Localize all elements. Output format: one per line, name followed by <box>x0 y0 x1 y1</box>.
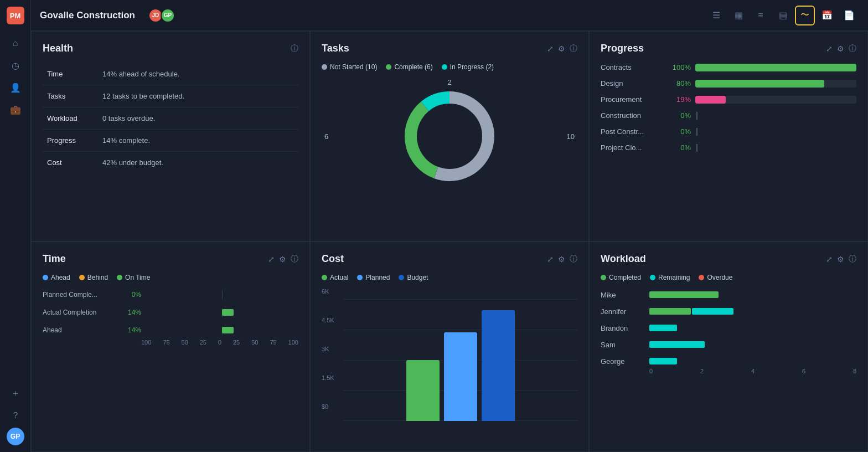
table-icon[interactable]: ▤ <box>773 6 793 25</box>
time-row-pct: 0% <box>119 291 141 299</box>
cost-chart: 6K4.5K3K1.5K$0 <box>322 288 577 421</box>
workload-expand-icon[interactable]: ⤢ <box>826 255 833 264</box>
legend-dot <box>442 64 447 70</box>
cost-settings-icon[interactable]: ⚙ <box>558 255 565 264</box>
tasks-expand-icon[interactable]: ⤢ <box>547 44 554 53</box>
cost-y-label: 6K <box>322 288 334 295</box>
workload-axis-label: 0 <box>649 368 653 374</box>
progress-expand-icon[interactable]: ⤢ <box>826 44 833 53</box>
workload-bar-remaining <box>649 341 705 348</box>
legend-label: Ahead <box>51 274 70 281</box>
tasks-legend-item: In Progress (2) <box>442 63 494 71</box>
sidebar-item-users[interactable]: 👤 <box>6 78 25 97</box>
tasks-legend: Not Started (10)Complete (6)In Progress … <box>322 63 577 71</box>
progress-bar-fill <box>695 64 856 71</box>
time-row-pct: 14% <box>119 326 141 334</box>
health-actions: ⓘ <box>291 44 298 54</box>
dashboard-icon[interactable]: 〜 <box>795 6 815 25</box>
workload-name: Brandon <box>601 324 645 332</box>
health-row-value: 12 tasks to be completed. <box>98 85 298 107</box>
progress-row-label: Construction <box>601 111 662 120</box>
health-row: Tasks12 tasks to be completed. <box>43 85 298 107</box>
workload-row: George <box>601 357 856 366</box>
time-actions: ⤢ ⚙ ⓘ <box>268 254 298 264</box>
progress-help-icon[interactable]: ⓘ <box>849 44 856 54</box>
progress-row-pct: 19% <box>666 95 691 104</box>
app-logo[interactable]: PM <box>7 7 24 24</box>
time-help-icon[interactable]: ⓘ <box>291 254 298 264</box>
sidebar-item-projects[interactable]: 💼 <box>6 100 25 120</box>
progress-row: Contracts 100% <box>601 63 856 71</box>
health-panel-header: Health ⓘ <box>43 43 298 54</box>
time-bar-fill <box>222 309 234 316</box>
legend-dot <box>322 64 327 70</box>
sidebar-item-history[interactable]: ◷ <box>6 55 25 75</box>
sidebar-help-icon[interactable]: ？ <box>6 405 25 425</box>
legend-dot <box>699 275 704 280</box>
sidebar-add-button[interactable]: ＋ <box>6 383 25 403</box>
progress-bar-bg <box>695 80 856 88</box>
workload-settings-icon[interactable]: ⚙ <box>837 255 844 264</box>
cost-help-icon[interactable]: ⓘ <box>570 254 577 264</box>
filter-icon[interactable]: ≡ <box>751 6 771 25</box>
time-row-pct: 14% <box>119 309 141 316</box>
progress-row-label: Procurement <box>601 95 662 104</box>
progress-row-pct: 0% <box>666 143 691 152</box>
progress-settings-icon[interactable]: ⚙ <box>837 44 844 53</box>
legend-dot <box>357 275 363 280</box>
progress-row-pct: 0% <box>666 111 691 120</box>
tasks-settings-icon[interactable]: ⚙ <box>558 44 565 53</box>
dashboard-grid: Health ⓘ Time14% ahead of schedule.Tasks… <box>31 31 868 452</box>
workload-bar-remaining <box>649 358 677 364</box>
legend-dot <box>79 275 85 280</box>
health-table: Time14% ahead of schedule.Tasks12 tasks … <box>43 63 298 173</box>
health-row: Progress14% complete. <box>43 130 298 152</box>
workload-legend: CompletedRemainingOverdue <box>601 274 856 281</box>
cost-bar-actual <box>406 360 440 421</box>
calendar-icon[interactable]: 📅 <box>817 6 837 25</box>
time-row-label: Planned Comple... <box>43 291 115 299</box>
workload-help-icon[interactable]: ⓘ <box>849 254 856 264</box>
tasks-help-icon[interactable]: ⓘ <box>570 44 577 54</box>
time-axis-label: 0 <box>218 339 221 346</box>
time-axis-label: 50 <box>182 339 188 346</box>
health-panel: Health ⓘ Time14% ahead of schedule.Tasks… <box>31 31 310 242</box>
workload-legend-item: Completed <box>601 274 641 281</box>
cost-expand-icon[interactable]: ⤢ <box>547 255 554 264</box>
time-bar-fill <box>222 327 234 333</box>
time-settings-icon[interactable]: ⚙ <box>279 255 286 264</box>
main-content: Govalle Construction JD GP ☰ ▦ ≡ ▤ 〜 📅 📄… <box>31 0 868 452</box>
sidebar-item-home[interactable]: ⌂ <box>6 33 25 53</box>
gantt-icon[interactable]: ▦ <box>728 6 748 25</box>
health-row: Workload0 tasks overdue. <box>43 107 298 130</box>
tasks-legend-item: Complete (6) <box>386 63 432 71</box>
tasks-legend-item: Not Started (10) <box>322 63 377 71</box>
health-row-value: 0 tasks overdue. <box>98 107 298 130</box>
workload-row: Brandon <box>601 323 856 332</box>
health-row-label: Time <box>43 63 98 85</box>
time-axis-label: 25 <box>200 339 206 346</box>
tasks-actions: ⤢ ⚙ ⓘ <box>547 44 577 54</box>
cost-title: Cost <box>322 253 344 265</box>
workload-bars <box>649 340 856 349</box>
avatar-gp: GP <box>161 8 175 23</box>
time-bar-container <box>146 290 298 299</box>
progress-row-label: Post Constr... <box>601 127 662 136</box>
time-bar-container <box>146 326 298 335</box>
workload-axis-label: 4 <box>751 368 755 374</box>
time-expand-icon[interactable]: ⤢ <box>268 255 275 264</box>
health-help-icon[interactable]: ⓘ <box>291 44 298 54</box>
workload-axis-label: 6 <box>802 368 805 374</box>
user-avatar[interactable]: GP <box>7 428 24 445</box>
workload-panel: Workload ⤢ ⚙ ⓘ CompletedRemainingOverdue… <box>589 242 868 452</box>
toolbar-icons: ☰ ▦ ≡ ▤ 〜 📅 📄 <box>706 6 859 25</box>
time-legend: AheadBehindOn Time <box>43 274 298 281</box>
cost-bar-budget <box>482 310 515 421</box>
progress-row: Procurement 19% <box>601 95 856 104</box>
progress-row: Post Constr... 0% <box>601 127 856 136</box>
list-icon[interactable]: ☰ <box>706 6 726 25</box>
workload-bar-completed <box>649 308 691 315</box>
file-icon[interactable]: 📄 <box>839 6 859 25</box>
progress-row: Construction 0% <box>601 111 856 120</box>
workload-name: George <box>601 357 645 366</box>
